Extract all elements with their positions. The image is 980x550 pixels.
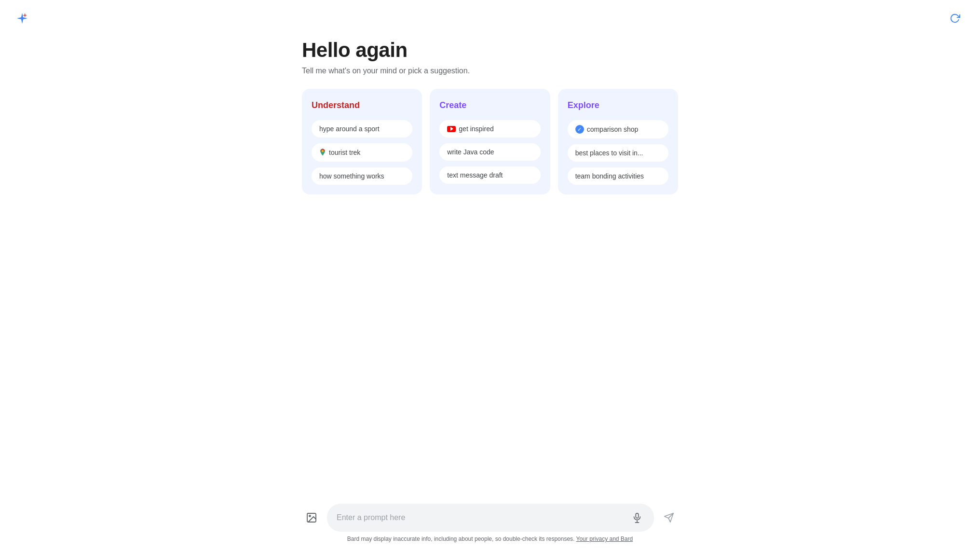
understand-card: Understand hype around a sport tourist t… [302,89,422,194]
text-chip-label: text message draft [447,171,503,179]
maps-pin-icon [319,148,326,157]
places-chip[interactable]: best places to visit in... [568,144,668,162]
explore-card-title: Explore [568,100,668,110]
java-chip[interactable]: write Java code [439,143,540,161]
cards-container: Understand hype around a sport tourist t… [302,89,678,194]
understand-card-title: Understand [312,100,412,110]
refresh-icon [950,13,960,24]
team-chip[interactable]: team bonding activities [568,167,668,185]
create-card-title: Create [439,100,540,110]
prompt-input-wrapper [327,504,654,532]
comparison-chip[interactable]: comparison shop [568,120,668,138]
inspired-chip-label: get inspired [459,125,493,133]
disclaimer-text: Bard may display inaccurate info, includ… [347,536,633,542]
bottom-area: Bard may display inaccurate info, includ… [0,504,980,550]
hype-chip-label: hype around a sport [319,125,380,133]
image-upload-button[interactable] [302,508,321,527]
how-chip[interactable]: how something works [312,167,412,185]
microphone-icon [632,512,642,523]
create-card: Create get inspired write Java code text… [430,89,550,194]
privacy-link[interactable]: Your privacy and Bard [576,536,633,542]
input-row [302,504,678,532]
send-icon [664,512,674,523]
java-chip-label: write Java code [447,148,494,156]
microphone-button[interactable] [630,510,644,525]
greeting-subtitle: Tell me what's on your mind or pick a su… [302,67,470,75]
tourist-chip[interactable]: tourist trek [312,143,412,162]
greeting-title: Hello again [302,39,408,62]
prompt-input[interactable] [337,513,626,522]
svg-point-3 [309,515,311,517]
team-chip-label: team bonding activities [575,172,644,180]
explore-card: Explore comparison shop best places to v… [558,89,678,194]
tourist-chip-label: tourist trek [329,149,360,156]
top-bar [0,0,980,37]
youtube-icon [447,126,456,132]
inspired-chip[interactable]: get inspired [439,120,540,138]
image-icon [306,512,317,523]
svg-rect-4 [636,513,639,518]
send-button[interactable] [660,509,678,527]
refresh-button[interactable] [945,9,965,28]
bard-logo [15,12,29,25]
hype-chip[interactable]: hype around a sport [312,120,412,138]
how-chip-label: how something works [319,172,384,180]
compass-icon [575,125,584,134]
comparison-chip-label: comparison shop [587,125,639,133]
places-chip-label: best places to visit in... [575,149,643,157]
text-chip[interactable]: text message draft [439,166,540,184]
bard-star-icon [15,12,29,25]
